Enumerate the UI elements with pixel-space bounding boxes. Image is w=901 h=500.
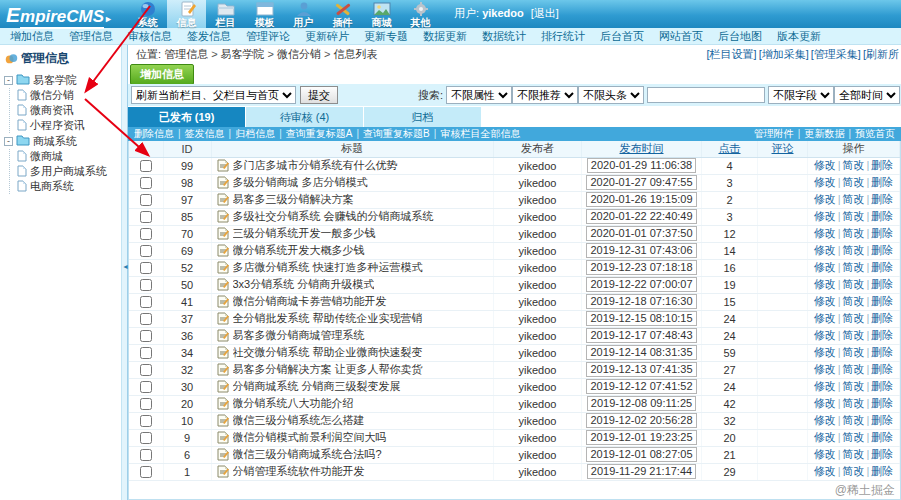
row-title-link[interactable]: 全分销批发系统 帮助传统企业实现营销 [233,311,423,326]
row-title-link[interactable]: 多级社交分销系统 会赚钱的分销商城系统 [233,209,434,224]
corner-link-1[interactable]: [增加采集] [759,48,809,60]
tree-node-1[interactable]: -商城系统 [4,133,121,149]
op-delete-link[interactable]: 删除 [871,363,893,375]
module-mall[interactable]: 商城 [362,0,401,28]
menubar-item-2[interactable]: 审核信息 [128,29,172,44]
op-quickedit-link[interactable]: 简改 [843,210,865,222]
batch-right-link-2[interactable]: 预览首页 [855,128,895,139]
op-modify-link[interactable]: 修改 [814,397,836,409]
batch-left-link-5[interactable]: 审核栏目全部信息 [440,128,520,139]
module-user[interactable]: 用户 [284,0,323,28]
breadcrumb-item-1[interactable]: 易客学院 [221,48,265,60]
row-title-link[interactable]: 社交微分销系统 帮助企业微商快速裂变 [233,345,423,360]
tab-1[interactable]: 待审核 (4) [246,107,364,127]
menubar-item-9[interactable]: 排行统计 [541,29,585,44]
batch-right-link-0[interactable]: 管理附件 [754,128,794,139]
op-modify-link[interactable]: 修改 [814,176,836,188]
row-checkbox[interactable] [140,262,152,274]
op-delete-link[interactable]: 删除 [871,431,893,443]
sidebar-splitter[interactable]: ◄ [121,45,128,500]
collapse-toggle-icon[interactable]: - [4,76,13,85]
batch-left-link-2[interactable]: 归档信息 [235,128,275,139]
menubar-item-1[interactable]: 管理信息 [69,29,113,44]
op-modify-link[interactable]: 修改 [814,329,836,341]
op-modify-link[interactable]: 修改 [814,210,836,222]
row-checkbox[interactable] [140,330,152,342]
op-delete-link[interactable]: 删除 [871,414,893,426]
op-quickedit-link[interactable]: 简改 [843,397,865,409]
splitter-collapse-handle[interactable]: ◄ [122,254,128,280]
row-title-link[interactable]: 易客多三级分销解决方案 [233,192,354,207]
row-title-link[interactable]: 分销管理系统软件功能开发 [233,464,365,479]
add-info-button[interactable]: 增加信息 [130,64,194,85]
op-quickedit-link[interactable]: 简改 [843,312,865,324]
row-checkbox[interactable] [140,432,152,444]
op-quickedit-link[interactable]: 简改 [843,227,865,239]
op-delete-link[interactable]: 删除 [871,346,893,358]
op-modify-link[interactable]: 修改 [814,363,836,375]
op-delete-link[interactable]: 删除 [871,465,893,477]
breadcrumb-item-3[interactable]: 信息列表 [333,48,377,60]
op-quickedit-link[interactable]: 简改 [843,193,865,205]
row-checkbox[interactable] [140,398,152,410]
op-delete-link[interactable]: 删除 [871,397,893,409]
module-system[interactable]: 系统 [128,0,167,28]
tree-leaf-0-2[interactable]: 小程序资讯 [17,118,121,133]
op-modify-link[interactable]: 修改 [814,465,836,477]
row-title-link[interactable]: 微信分销商城卡券营销功能开发 [233,294,387,309]
row-title-link[interactable]: 三级分销系统开发一般多少钱 [233,226,376,241]
menubar-item-11[interactable]: 网站首页 [659,29,703,44]
batch-left-link-4[interactable]: 查询重复标题B [363,128,430,139]
op-quickedit-link[interactable]: 简改 [843,159,865,171]
row-checkbox[interactable] [140,279,152,291]
op-quickedit-link[interactable]: 简改 [843,261,865,273]
op-delete-link[interactable]: 删除 [871,380,893,392]
op-quickedit-link[interactable]: 简改 [843,465,865,477]
row-checkbox[interactable] [140,347,152,359]
breadcrumb-item-2[interactable]: 微信分销 [277,48,321,60]
breadcrumb-item-0[interactable]: 管理信息 [164,48,208,60]
corner-link-3[interactable]: [刷新所 [863,48,899,60]
row-checkbox[interactable] [140,313,152,325]
tab-0[interactable]: 已发布 (19) [128,107,246,127]
search-filter-select-2[interactable]: 不限头条 [578,86,644,104]
refresh-scope-select[interactable]: 刷新当前栏目、父栏目与首页 [131,86,296,104]
row-checkbox[interactable] [140,177,152,189]
row-title-link[interactable]: 多店微分销系统 快速打造多种运营模式 [233,260,423,275]
op-modify-link[interactable]: 修改 [814,431,836,443]
op-modify-link[interactable]: 修改 [814,295,836,307]
menubar-item-7[interactable]: 数据更新 [423,29,467,44]
tree-node-0[interactable]: -易客学院 [4,72,121,88]
row-title-link[interactable]: 3x3分销系统 分销商升级模式 [233,277,375,292]
op-delete-link[interactable]: 删除 [871,261,893,273]
header-clicks-sort-link[interactable]: 点击 [719,142,741,154]
op-quickedit-link[interactable]: 简改 [843,176,865,188]
op-modify-link[interactable]: 修改 [814,278,836,290]
op-modify-link[interactable]: 修改 [814,244,836,256]
module-info[interactable]: 信息 [167,0,206,28]
op-modify-link[interactable]: 修改 [814,414,836,426]
row-checkbox[interactable] [140,466,152,478]
row-checkbox[interactable] [140,364,152,376]
tree-leaf-1-1[interactable]: 多用户商城系统 [17,164,121,179]
row-title-link[interactable]: 微信分销模式前景利润空间大吗 [233,430,387,445]
op-delete-link[interactable]: 删除 [871,312,893,324]
op-modify-link[interactable]: 修改 [814,159,836,171]
row-title-link[interactable]: 多门店多城市分销系统有什么优势 [233,158,398,173]
op-quickedit-link[interactable]: 简改 [843,244,865,256]
row-checkbox[interactable] [140,211,152,223]
op-delete-link[interactable]: 删除 [871,193,893,205]
row-checkbox[interactable] [140,228,152,240]
row-title-link[interactable]: 微分销系统八大功能介绍 [233,396,354,411]
row-title-link[interactable]: 微信三级分销系统怎么搭建 [233,413,365,428]
header-time-sort-link[interactable]: 发布时间 [620,142,664,154]
logout-link[interactable]: [退出] [531,7,559,19]
row-checkbox[interactable] [140,449,152,461]
row-checkbox[interactable] [140,194,152,206]
op-quickedit-link[interactable]: 简改 [843,431,865,443]
batch-left-link-0[interactable]: 删除信息 [134,128,174,139]
row-title-link[interactable]: 分销商城系统 分销商三级裂变发展 [233,379,401,394]
menubar-item-12[interactable]: 后台地图 [718,29,762,44]
collapse-toggle-icon[interactable]: - [4,137,13,146]
batch-left-link-1[interactable]: 签发信息 [185,128,225,139]
